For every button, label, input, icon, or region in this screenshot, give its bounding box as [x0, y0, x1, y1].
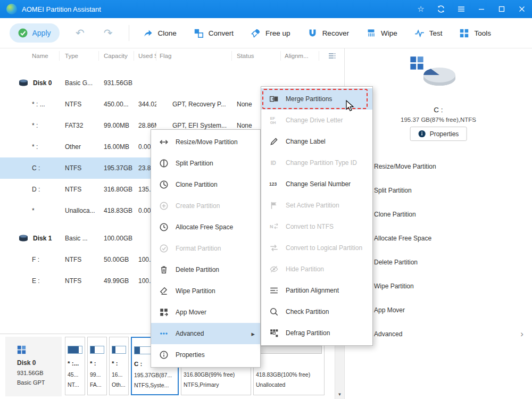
submenu-arrow-icon: ▸: [251, 330, 255, 338]
convert-button[interactable]: Convert: [194, 28, 234, 38]
context-menu-item-resize-move-partition[interactable]: Resize/Move Partition: [151, 131, 260, 153]
hamburger-menu-icon[interactable]: [451, 0, 471, 18]
svg-text:N: N: [270, 224, 273, 229]
advanced-submenu: Merge PartitionsEFGHChange Drive LetterC…: [261, 86, 373, 346]
partition-grid-icon: [410, 56, 424, 70]
disk-icon: [18, 79, 29, 87]
favorite-star-icon[interactable]: ☆: [411, 0, 431, 18]
context-menu: Resize/Move PartitionSplit PartitionClon…: [151, 129, 261, 368]
context-menu-item-split-partition[interactable]: Split Partition: [151, 153, 260, 174]
submenu-item-merge-partitions[interactable]: Merge Partitions: [261, 88, 372, 110]
disk-usage-pie: [418, 59, 459, 89]
clone-partition-icon: [159, 180, 169, 189]
active-icon: [269, 201, 279, 210]
close-button[interactable]: [512, 0, 532, 18]
column-header-type[interactable]: Type: [60, 51, 99, 61]
resize-move-icon: [159, 137, 169, 147]
usage-strip: [256, 346, 322, 354]
row-name: C :: [0, 164, 60, 172]
disk-map-disk-0[interactable]: Disk 0 931.56GB Basic GPT: [5, 337, 62, 396]
submenu-item-change-drive-letter: EFGHChange Drive Letter: [261, 110, 372, 131]
disk-map-partition-2[interactable]: * :16...Oth...: [109, 337, 129, 395]
column-header-flag[interactable]: Flag: [156, 51, 232, 61]
app-mover-icon: [159, 307, 169, 317]
svg-text:GH: GH: [270, 120, 276, 125]
format-icon: [159, 244, 169, 253]
serial-icon: 123: [269, 179, 279, 189]
row-name: F :: [0, 256, 60, 263]
aomei-partition-assistant-window: AOMEI Partition Assistant ☆ Apply ↶ ↷ Cl…: [0, 0, 532, 399]
check-icon: [269, 307, 279, 317]
update-sync-icon[interactable]: [431, 0, 451, 18]
usage-strip: [68, 346, 82, 354]
submenu-item-change-serial-number[interactable]: 123Change Serial Number: [261, 173, 372, 195]
create-icon: [159, 201, 169, 211]
properties-button[interactable]: Properties: [410, 127, 467, 141]
maximize-button[interactable]: [492, 0, 512, 18]
context-menu-item-advanced[interactable]: Advanced▸: [151, 323, 260, 344]
clone-icon: [143, 28, 153, 38]
column-header-name[interactable]: Name: [0, 51, 60, 61]
context-menu-item-app-mover[interactable]: App Mover: [151, 302, 260, 323]
toolbar-separator: [129, 25, 129, 41]
disk-map-partition-1[interactable]: * :99...FA...: [87, 337, 107, 395]
chevron-right-icon: ›: [520, 329, 523, 338]
merge-icon: [269, 94, 279, 104]
usage-strip: [90, 346, 104, 354]
disk-grid-icon: [17, 345, 26, 354]
submenu-item-change-label[interactable]: Change Label: [261, 131, 372, 152]
row-name: * :: [0, 122, 60, 129]
titlebar: AOMEI Partition Assistant ☆: [0, 0, 532, 18]
app-logo: [6, 4, 17, 14]
logical-icon: [269, 243, 279, 253]
context-menu-item-wipe-partition[interactable]: Wipe Partition: [151, 280, 260, 302]
clone-button[interactable]: Clone: [143, 28, 177, 38]
info-icon: [418, 130, 426, 138]
submenu-item-hide-partition: Hide Partition: [261, 259, 372, 280]
minimize-button[interactable]: [471, 0, 492, 18]
table-header: NameTypeCapacityUsed S...FlagStatusAlign…: [0, 48, 344, 63]
column-header-alignm[interactable]: Alignm...: [281, 51, 319, 61]
column-settings-icon[interactable]: [328, 52, 336, 60]
tools-button[interactable]: Tools: [459, 28, 491, 38]
scroll-down-icon[interactable]: ▼: [335, 390, 344, 398]
row-name: *: [0, 207, 60, 214]
context-menu-item-properties[interactable]: Properties: [151, 344, 260, 365]
column-header-status[interactable]: Status: [232, 51, 281, 61]
advanced-icon: [159, 329, 169, 338]
convert-icon: [194, 28, 204, 38]
submenu-item-set-active-partition: Set Active Partition: [261, 195, 372, 216]
redo-button[interactable]: ↷: [101, 27, 116, 39]
column-header-used-s[interactable]: Used S...: [134, 51, 156, 61]
column-header-capacity[interactable]: Capacity: [99, 51, 134, 61]
disk-icon: [18, 234, 29, 243]
delete-icon: [159, 265, 169, 275]
recover-button[interactable]: Recover: [307, 28, 349, 38]
apply-button[interactable]: Apply: [10, 23, 60, 43]
apply-check-icon: [18, 28, 28, 38]
row-name: * : ...: [0, 101, 60, 108]
submenu-item-convert-to-ntfs: NConvert to NTFS: [261, 216, 372, 237]
free-up-button[interactable]: Free up: [251, 28, 290, 38]
toolbar: Apply ↶ ↷ CloneConvertFree upRecoverWipe…: [0, 18, 532, 48]
svg-text:123: 123: [269, 181, 277, 187]
wipe-partition-icon: [159, 286, 169, 296]
context-menu-item-allocate-free-space[interactable]: Allocate Free Space: [151, 217, 260, 238]
undo-button[interactable]: ↶: [72, 27, 88, 39]
wipe-button[interactable]: Wipe: [366, 28, 397, 38]
submenu-item-defrag-partition[interactable]: Defrag Partition: [261, 322, 372, 344]
properties-icon: [159, 350, 169, 360]
split-icon: [159, 159, 169, 168]
context-menu-item-clone-partition[interactable]: Clone Partition: [151, 174, 260, 195]
submenu-item-partition-alignment[interactable]: Partition Alignment: [261, 280, 372, 301]
ntfs-icon: N: [269, 222, 279, 231]
submenu-item-check-partition[interactable]: Check Partition: [261, 301, 372, 322]
context-menu-item-delete-partition[interactable]: Delete Partition: [151, 259, 260, 280]
row-name: D :: [0, 186, 60, 193]
defrag-icon: [269, 328, 279, 338]
alignment-icon: [269, 286, 279, 295]
wipe-icon: [366, 28, 376, 38]
disk-map-partition-0[interactable]: * :...45...NT...: [65, 337, 85, 395]
test-button[interactable]: Test: [414, 28, 443, 38]
window-title: AOMEI Partition Assistant: [22, 5, 101, 13]
